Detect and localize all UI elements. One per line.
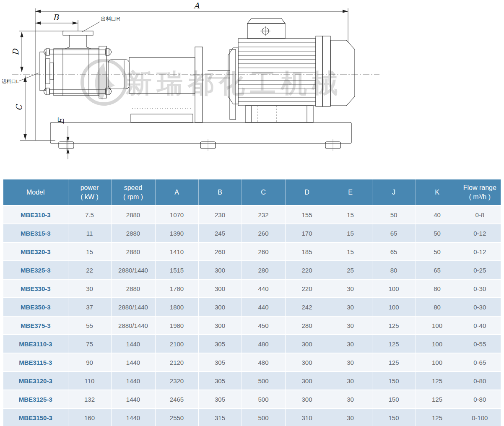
table-row: MBE320-315288014102602601851565500-12 xyxy=(3,242,501,261)
value-cell: 300 xyxy=(198,316,242,335)
value-cell: 50 xyxy=(372,205,416,224)
value-cell: 1800 xyxy=(155,298,198,316)
value-cell: 90 xyxy=(68,353,111,371)
value-cell: 2880 xyxy=(111,279,155,298)
value-cell: 65 xyxy=(372,242,416,261)
value-cell: 0-65 xyxy=(459,353,501,371)
model-cell: MBE3125-3 xyxy=(3,390,68,408)
value-cell: 305 xyxy=(198,353,242,371)
model-cell: MBE315-3 xyxy=(3,224,68,242)
value-cell: 15 xyxy=(68,242,111,261)
value-cell: 80 xyxy=(372,261,416,279)
col-header-flow-range: Flow range( m³/h ) xyxy=(459,179,501,205)
value-cell: 100 xyxy=(416,335,459,353)
value-cell: 2120 xyxy=(155,353,198,371)
value-cell: 7.5 xyxy=(68,205,111,224)
watermark-leaf-icon xyxy=(95,63,115,100)
value-cell: 100 xyxy=(372,279,416,298)
value-cell: 11 xyxy=(68,224,111,242)
value-cell: 170 xyxy=(285,224,329,242)
value-cell: 65 xyxy=(416,261,459,279)
value-cell: 500 xyxy=(242,371,285,390)
value-cell: 30 xyxy=(329,316,372,335)
value-cell: 30 xyxy=(329,371,372,390)
value-cell: 100 xyxy=(416,353,459,371)
value-cell: 1440 xyxy=(111,335,155,353)
col-header-e: E xyxy=(329,179,372,205)
dim-label-D: D xyxy=(11,48,20,55)
model-cell: MBE330-3 xyxy=(3,279,68,298)
col-header-c: C xyxy=(242,179,285,205)
model-cell: MBE375-3 xyxy=(3,316,68,335)
value-cell: 480 xyxy=(242,353,285,371)
value-cell: 440 xyxy=(242,279,285,298)
col-header-line2: ( m³/h ) xyxy=(460,192,500,202)
spec-table: Modelpower( kW )speed( rpm )ABCDEJKFlow … xyxy=(3,179,501,426)
table-row: MBE310-37.5288010702302321551550400-8 xyxy=(3,205,501,224)
value-cell: 242 xyxy=(285,298,329,316)
col-header-line1: A xyxy=(156,188,197,197)
value-cell: 280 xyxy=(242,261,285,279)
col-header-line1: E xyxy=(330,188,371,197)
value-cell: 125 xyxy=(416,371,459,390)
table-row: MBE315-311288013902452601701565500-12 xyxy=(3,224,501,242)
value-cell: 300 xyxy=(285,390,329,408)
col-header-b: B xyxy=(198,179,242,205)
value-cell: 125 xyxy=(416,390,459,408)
value-cell: 37 xyxy=(68,298,111,316)
value-cell: 0-25 xyxy=(459,261,501,279)
value-cell: 2880/1440 xyxy=(111,298,155,316)
table-row: MBE3115-39014402120305480300301251000-65 xyxy=(3,353,501,371)
model-cell: MBE3120-3 xyxy=(3,371,68,390)
value-cell: 1515 xyxy=(155,261,198,279)
outlet-port-label: 出料口R xyxy=(101,16,120,22)
value-cell: 300 xyxy=(285,335,329,353)
value-cell: 30 xyxy=(329,353,372,371)
pump-technical-drawing: 新瑞都化工机械 xyxy=(0,0,504,179)
table-row: MBE3110-37514402100305480300301251000-55 xyxy=(3,335,501,353)
value-cell: 2880 xyxy=(111,224,155,242)
value-cell: 55 xyxy=(68,316,111,335)
value-cell: 22 xyxy=(68,261,111,279)
value-cell: 300 xyxy=(285,371,329,390)
model-cell: MBE3110-3 xyxy=(3,335,68,353)
value-cell: 2320 xyxy=(155,371,198,390)
col-header-line1: K xyxy=(417,188,458,197)
col-header-j: J xyxy=(372,179,416,205)
col-header-k: K xyxy=(416,179,459,205)
value-cell: 80 xyxy=(416,279,459,298)
col-header-speed: speed( rpm ) xyxy=(111,179,155,205)
value-cell: 2880/1440 xyxy=(111,261,155,279)
value-cell: 125 xyxy=(372,353,416,371)
value-cell: 150 xyxy=(372,408,416,426)
value-cell: 50 xyxy=(416,224,459,242)
col-header-line1: B xyxy=(200,188,241,197)
value-cell: 125 xyxy=(372,335,416,353)
col-header-d: D xyxy=(285,179,329,205)
dim-label-B: B xyxy=(53,13,60,22)
value-cell: 1390 xyxy=(155,224,198,242)
value-cell: 30 xyxy=(329,279,372,298)
value-cell: 500 xyxy=(242,390,285,408)
value-cell: 260 xyxy=(242,224,285,242)
value-cell: 1410 xyxy=(155,242,198,261)
value-cell: 260 xyxy=(198,242,242,261)
value-cell: 65 xyxy=(372,224,416,242)
value-cell: 245 xyxy=(198,224,242,242)
col-header-line1: speed xyxy=(112,183,154,192)
value-cell: 2880 xyxy=(111,242,155,261)
dim-label-C: C xyxy=(14,104,23,111)
value-cell: 132 xyxy=(68,390,111,408)
col-header-line2: ( rpm ) xyxy=(112,192,154,202)
value-cell: 310 xyxy=(285,408,329,426)
value-cell: 480 xyxy=(242,335,285,353)
value-cell: 0-12 xyxy=(459,242,501,261)
value-cell: 2880/1440 xyxy=(111,316,155,335)
dim-label-E: E xyxy=(56,117,65,124)
value-cell: 80 xyxy=(416,298,459,316)
value-cell: 150 xyxy=(372,390,416,408)
value-cell: 220 xyxy=(285,279,329,298)
table-row: MBE325-3222880/144015153002802202580650-… xyxy=(3,261,501,279)
value-cell: 2880 xyxy=(111,205,155,224)
value-cell: 110 xyxy=(68,371,111,390)
